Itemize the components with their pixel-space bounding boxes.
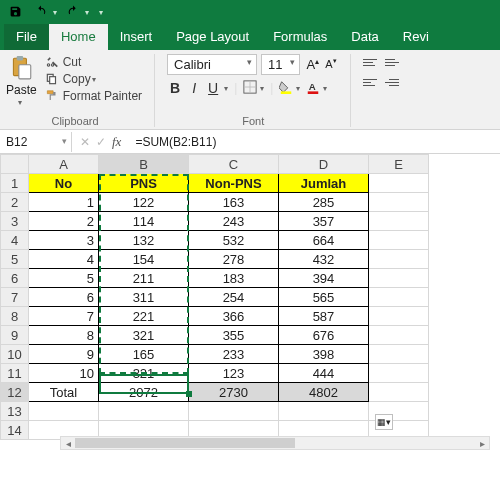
cell[interactable]: 664: [279, 231, 369, 250]
cell[interactable]: 8: [29, 326, 99, 345]
qat-customize-icon[interactable]: ▾: [99, 8, 103, 17]
chevron-down-icon[interactable]: ▾: [323, 84, 327, 93]
cell[interactable]: 355: [189, 326, 279, 345]
cell[interactable]: 132: [99, 231, 189, 250]
cell[interactable]: 9: [29, 345, 99, 364]
cell[interactable]: Total: [29, 383, 99, 402]
col-header-C[interactable]: C: [189, 155, 279, 174]
chevron-down-icon[interactable]: ▾: [296, 84, 300, 93]
cell[interactable]: 4802: [279, 383, 369, 402]
fx-icon[interactable]: fx: [112, 134, 121, 150]
cell[interactable]: 3: [29, 231, 99, 250]
increase-font-button[interactable]: A▴: [304, 56, 323, 73]
cell[interactable]: 114: [99, 212, 189, 231]
cell[interactable]: 676: [279, 326, 369, 345]
cell[interactable]: 4: [29, 250, 99, 269]
cell[interactable]: 5: [29, 269, 99, 288]
cell[interactable]: 357: [279, 212, 369, 231]
row-header[interactable]: 3: [1, 212, 29, 231]
cell[interactable]: 321: [99, 364, 189, 383]
chevron-down-icon[interactable]: ▾: [224, 84, 228, 93]
cut-button[interactable]: Cut: [43, 54, 144, 70]
row-header[interactable]: 8: [1, 307, 29, 326]
cell[interactable]: 398: [279, 345, 369, 364]
col-header-B[interactable]: B: [99, 155, 189, 174]
col-header-D[interactable]: D: [279, 155, 369, 174]
cell[interactable]: [369, 345, 429, 364]
cancel-icon[interactable]: ✕: [80, 135, 90, 149]
enter-icon[interactable]: ✓: [96, 135, 106, 149]
save-icon[interactable]: [6, 3, 25, 22]
col-header-E[interactable]: E: [369, 155, 429, 174]
cell[interactable]: [369, 174, 429, 193]
cell[interactable]: [29, 402, 99, 421]
borders-button[interactable]: [243, 80, 257, 97]
italic-button[interactable]: I: [189, 79, 199, 97]
cell[interactable]: 233: [189, 345, 279, 364]
cell[interactable]: 311: [99, 288, 189, 307]
cell[interactable]: 7: [29, 307, 99, 326]
undo-icon[interactable]: [31, 3, 51, 22]
decrease-font-button[interactable]: A▾: [322, 56, 339, 73]
autofill-options-icon[interactable]: ▦▾: [375, 414, 393, 430]
redo-icon[interactable]: [63, 3, 83, 22]
cell[interactable]: [369, 269, 429, 288]
cell[interactable]: 278: [189, 250, 279, 269]
cell[interactable]: 221: [99, 307, 189, 326]
row-header[interactable]: 10: [1, 345, 29, 364]
align-middle-button[interactable]: [385, 54, 403, 70]
cell[interactable]: [369, 364, 429, 383]
align-left-button[interactable]: [363, 74, 381, 90]
underline-button[interactable]: U: [205, 79, 221, 97]
cell[interactable]: [369, 288, 429, 307]
cell[interactable]: 243: [189, 212, 279, 231]
cell[interactable]: Jumlah: [279, 174, 369, 193]
spreadsheet-grid[interactable]: A B C D E 1 No PNS Non-PNS Jumlah 211221…: [0, 154, 500, 440]
cell[interactable]: No: [29, 174, 99, 193]
cell[interactable]: [99, 402, 189, 421]
cell[interactable]: 587: [279, 307, 369, 326]
cell[interactable]: 211: [99, 269, 189, 288]
cell[interactable]: 1: [29, 193, 99, 212]
cell[interactable]: 432: [279, 250, 369, 269]
cell[interactable]: [369, 231, 429, 250]
cell[interactable]: 321: [99, 326, 189, 345]
cell[interactable]: [369, 193, 429, 212]
copy-button[interactable]: Copy ▾: [43, 71, 144, 87]
col-header-A[interactable]: A: [29, 155, 99, 174]
cell[interactable]: [369, 212, 429, 231]
cell[interactable]: 285: [279, 193, 369, 212]
tab-review[interactable]: Revi: [391, 24, 441, 50]
row-header[interactable]: 11: [1, 364, 29, 383]
row-header[interactable]: 5: [1, 250, 29, 269]
horizontal-scrollbar[interactable]: ◂ ▸: [60, 436, 490, 450]
cell[interactable]: 122: [99, 193, 189, 212]
paste-button[interactable]: Paste ▾: [6, 54, 37, 107]
cell[interactable]: 366: [189, 307, 279, 326]
font-name-select[interactable]: Calibri: [167, 54, 257, 75]
redo-chevron-icon[interactable]: ▾: [85, 8, 89, 17]
cell-selected[interactable]: 2072: [99, 383, 189, 402]
cell[interactable]: 183: [189, 269, 279, 288]
scroll-left-icon[interactable]: ◂: [61, 438, 75, 449]
cell[interactable]: PNS: [99, 174, 189, 193]
fill-color-button[interactable]: [279, 80, 293, 97]
cell[interactable]: 444: [279, 364, 369, 383]
row-header[interactable]: 1: [1, 174, 29, 193]
cell[interactable]: 2730: [189, 383, 279, 402]
name-box[interactable]: B12: [0, 132, 72, 152]
select-all-corner[interactable]: [1, 155, 29, 174]
tab-page-layout[interactable]: Page Layout: [164, 24, 261, 50]
cell[interactable]: 6: [29, 288, 99, 307]
cell[interactable]: [369, 250, 429, 269]
cell[interactable]: 254: [189, 288, 279, 307]
align-top-button[interactable]: [363, 54, 381, 70]
tab-home[interactable]: Home: [49, 24, 108, 50]
cell[interactable]: 394: [279, 269, 369, 288]
chevron-down-icon[interactable]: ▾: [260, 84, 264, 93]
font-color-button[interactable]: A: [306, 80, 320, 97]
row-header[interactable]: 4: [1, 231, 29, 250]
row-header[interactable]: 12: [1, 383, 29, 402]
cell[interactable]: 165: [99, 345, 189, 364]
row-header[interactable]: 14: [1, 421, 29, 440]
